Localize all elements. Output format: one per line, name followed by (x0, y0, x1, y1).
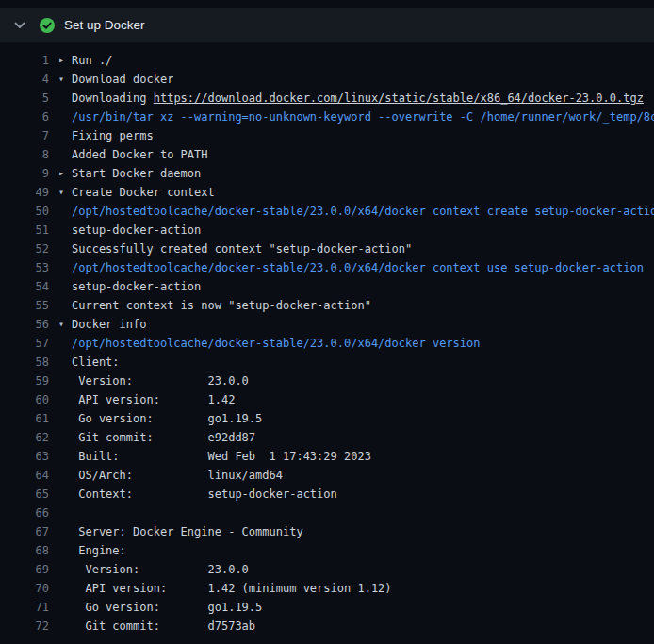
log-plain-text: Go version: go1.19.5 (72, 601, 262, 614)
line-number-link[interactable]: 72 (0, 617, 49, 636)
log-plain-text: Git commit: d7573ab (72, 619, 255, 633)
arrow-spacer (58, 239, 72, 258)
line-number-link[interactable]: 55 (0, 296, 49, 315)
line-number-link[interactable]: 65 (0, 485, 49, 504)
step-header[interactable]: Set up Docker (0, 8, 654, 42)
log-plain-text: Engine: (72, 544, 126, 557)
log-text: API version: 1.42 (minimum version 1.12) (72, 579, 392, 598)
collapse-group-icon[interactable]: ▾ (58, 70, 72, 89)
line-number-link[interactable]: 50 (0, 202, 49, 221)
line-number-link[interactable]: 9 (0, 164, 49, 183)
log-plain-text: Version: 23.0.0 (72, 563, 249, 576)
log-line: 71 Go version: go1.19.5 (0, 598, 654, 617)
log-group-line[interactable]: 1▸Run ./ (0, 51, 654, 70)
line-number-link[interactable]: 57 (0, 334, 49, 353)
arrow-spacer (58, 560, 72, 579)
log-plain-text: Git commit: e92dd87 (72, 431, 255, 444)
arrow-spacer (58, 485, 72, 504)
log-line: 7Fixing perms (0, 126, 654, 145)
log-url-link[interactable]: https://download.docker.com/linux/static… (154, 91, 644, 105)
log-line: 54setup-docker-action (0, 277, 654, 296)
line-number-link[interactable]: 6 (0, 107, 49, 126)
line-number-link[interactable]: 51 (0, 221, 49, 239)
log-plain-text: Docker info (72, 318, 146, 331)
line-number-link[interactable]: 8 (0, 145, 49, 164)
log-line: 69 Version: 23.0.0 (0, 560, 654, 579)
success-check-icon (40, 18, 55, 33)
collapse-group-icon[interactable]: ▾ (58, 183, 72, 202)
log-line: 64 OS/Arch: linux/amd64 (0, 466, 654, 485)
log-group-line[interactable]: 9▸Start Docker daemon (0, 164, 654, 183)
log-text: Version: 23.0.0 (72, 560, 249, 579)
log-line: 60 API version: 1.42 (0, 390, 654, 409)
arrow-spacer (58, 504, 72, 522)
log-text: Successfully created context "setup-dock… (72, 239, 412, 258)
arrow-spacer (58, 428, 72, 447)
log-text: Git commit: e92dd87 (72, 428, 255, 447)
line-number-link[interactable]: 67 (0, 522, 49, 541)
line-number-link[interactable]: 63 (0, 447, 49, 466)
log-command-text: /usr/bin/tar xz --warning=no-unknown-key… (72, 110, 654, 124)
log-plain-text: OS/Arch: linux/amd64 (72, 469, 283, 482)
line-number-link[interactable]: 54 (0, 277, 49, 296)
log-plain-text: Create Docker context (72, 186, 215, 199)
line-number-link[interactable]: 66 (0, 504, 49, 522)
line-number-link[interactable]: 5 (0, 89, 49, 107)
line-number-link[interactable]: 70 (0, 579, 49, 598)
line-number-link[interactable]: 49 (0, 183, 49, 202)
chevron-down-icon[interactable] (13, 19, 26, 32)
log-text: Docker info (72, 315, 146, 334)
log-plain-text: API version: 1.42 (minimum version 1.12) (72, 582, 392, 595)
log-line: 50/opt/hostedtoolcache/docker-stable/23.… (0, 202, 654, 221)
log-line: 8Added Docker to PATH (0, 145, 654, 164)
log-text: Go version: go1.19.5 (72, 409, 262, 428)
arrow-spacer (58, 221, 72, 239)
log-text: API version: 1.42 (72, 390, 235, 409)
expand-group-icon[interactable]: ▸ (58, 51, 72, 70)
arrow-spacer (58, 598, 72, 617)
log-line: 59 Version: 23.0.0 (0, 372, 654, 390)
log-line: 67 Server: Docker Engine - Community (0, 522, 654, 541)
line-number-link[interactable]: 52 (0, 239, 49, 258)
log-text: OS/Arch: linux/amd64 (72, 466, 283, 485)
log-group-line[interactable]: 4▾Download docker (0, 70, 654, 89)
log-text: Built: Wed Feb 1 17:43:29 2023 (72, 447, 371, 466)
arrow-spacer (58, 145, 72, 164)
arrow-spacer (58, 258, 72, 277)
log-group-line[interactable]: 49▾Create Docker context (0, 183, 654, 202)
log-text: Download docker (72, 70, 173, 89)
log-plain-text: setup-docker-action (72, 223, 201, 237)
line-number-link[interactable]: 56 (0, 315, 49, 334)
log-text: /opt/hostedtoolcache/docker-stable/23.0.… (72, 334, 480, 353)
line-number-link[interactable]: 60 (0, 390, 49, 409)
step-title: Set up Docker (64, 18, 145, 32)
log-line: 72 Git commit: d7573ab (0, 617, 654, 636)
line-number-link[interactable]: 62 (0, 428, 49, 447)
line-number-link[interactable]: 69 (0, 560, 49, 579)
line-number-link[interactable]: 53 (0, 258, 49, 277)
arrow-spacer (58, 409, 72, 428)
arrow-spacer (58, 372, 72, 390)
log-text: setup-docker-action (72, 221, 201, 239)
line-number-link[interactable]: 1 (0, 51, 49, 70)
log-line: 6/usr/bin/tar xz --warning=no-unknown-ke… (0, 107, 654, 126)
collapse-group-icon[interactable]: ▾ (58, 315, 72, 334)
line-number-link[interactable]: 7 (0, 126, 49, 145)
log-command-text: /opt/hostedtoolcache/docker-stable/23.0.… (72, 261, 644, 274)
expand-group-icon[interactable]: ▸ (58, 164, 72, 183)
line-number-link[interactable]: 4 (0, 70, 49, 89)
log-text: Start Docker daemon (72, 164, 201, 183)
line-number-link[interactable]: 59 (0, 372, 49, 390)
line-number-link[interactable]: 64 (0, 466, 49, 485)
arrow-spacer (58, 353, 72, 372)
line-number-link[interactable]: 58 (0, 353, 49, 372)
line-number-link[interactable]: 71 (0, 598, 49, 617)
line-number-link[interactable]: 68 (0, 541, 49, 560)
log-plain-text: Built: Wed Feb 1 17:43:29 2023 (72, 450, 371, 463)
arrow-spacer (58, 89, 72, 107)
log-plain-text: Successfully created context "setup-dock… (72, 242, 412, 256)
line-number-link[interactable]: 61 (0, 409, 49, 428)
log-text: setup-docker-action (72, 277, 201, 296)
arrow-spacer (58, 107, 72, 126)
log-group-line[interactable]: 56▾Docker info (0, 315, 654, 334)
